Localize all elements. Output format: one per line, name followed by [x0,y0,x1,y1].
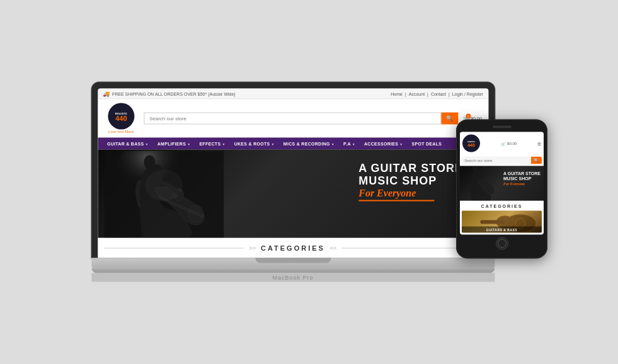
phone-cart-amount: $0.00 [507,142,517,145]
laptop-brand-label: MacBook Pro [91,273,495,282]
phone-home-button[interactable] [496,237,508,250]
nav-mics-recording[interactable]: MICS & RECORDING ▼ [279,138,339,150]
laptop-screen: 🚚 FREE SHIPPING ON ALL ORDERS OVER $50* … [98,89,488,258]
topbar-right: Home | Account | Contact | Login / Regis… [391,91,483,96]
phone-menu-icon[interactable]: ≡ [537,140,541,147]
logo[interactable]: music 440 ♥ Love Your Music [104,103,139,134]
nav-amplifiers[interactable]: AMPLIFIERS ▼ [153,138,195,150]
categories-title: CATEGORIES [261,244,325,252]
search-bar: 🔍 [144,112,458,124]
hero-text: A GUITAR STORE MUSIC SHOP For Everyone [358,162,463,202]
nav-ukes-roots[interactable]: UKES & ROOTS ▼ [230,138,279,150]
site-topbar: 🚚 FREE SHIPPING ON ALL ORDERS OVER $50* … [98,89,488,100]
phone-categories-title: CATEGORIES [460,201,544,211]
laptop-screen-border: 🚚 FREE SHIPPING ON ALL ORDERS OVER $50* … [91,82,495,258]
hero-line1: A GUITAR STORE [358,162,463,175]
categories-section: >> CATEGORIES << [98,238,488,258]
phone-home-button-inner [498,239,506,248]
phone-search-bar: 🔍 [462,157,542,164]
phone-hero: A GUITAR STORE MUSIC SHOP For Everyone [460,166,544,201]
phone-cart[interactable]: 🛒 $0.00 [501,141,517,145]
categories-title-row: >> CATEGORIES << [104,244,482,252]
laptop-base [91,258,495,268]
phone-search-button[interactable]: 🔍 [531,157,542,164]
chevron-down-icon: ▼ [146,142,149,145]
phone-logo-440: 440 [467,143,475,147]
phone-category-guitars[interactable]: GUITARS & BASS [462,211,542,233]
logo-440-text: 440 [115,115,127,122]
phone-cart-icon: 🛒 [501,141,505,145]
chevron-down-icon: ▼ [331,142,335,145]
laptop-notch [255,258,331,263]
truck-icon: 🚚 [103,91,110,97]
site-header: music 440 ♥ Love Your Music 🔍 [98,100,488,138]
logo-tagline: Love Your Music [108,130,134,134]
phone-device: music 440 🛒 $0.00 ≡ 🔍 [456,120,547,259]
svg-point-8 [472,166,478,173]
phone-categories: CATEGORIES GUITARS & BASS [460,201,544,233]
chevron-down-icon: ▼ [272,142,275,145]
scene: 🚚 FREE SHIPPING ON ALL ORDERS OVER $50* … [0,0,618,364]
cat-arrows-left: >> [249,245,256,251]
topbar-account-link[interactable]: Account [409,91,425,96]
chevron-down-icon: ▼ [352,142,355,145]
topbar-contact-link[interactable]: Contact [431,91,446,96]
chevron-down-icon: ▼ [222,142,225,145]
svg-point-2 [144,156,155,169]
hero-underline [358,200,434,201]
search-input[interactable] [144,112,441,124]
phone-hero-line1: A GUITAR STORE [503,171,541,176]
logo-heart-icon: ♥ [130,105,133,109]
phone-guitarist-image [460,166,498,201]
phone-header: music 440 🛒 $0.00 ≡ [460,132,544,155]
phone-speaker [493,126,512,128]
topbar-left: 🚚 FREE SHIPPING ON ALL ORDERS OVER $50* … [103,91,236,97]
phone-screen: music 440 🛒 $0.00 ≡ 🔍 [460,132,544,235]
topbar-home-link[interactable]: Home [391,91,403,96]
shipping-text: FREE SHIPPING ON ALL ORDERS OVER $50* (A… [112,91,236,96]
laptop-device: 🚚 FREE SHIPPING ON ALL ORDERS OVER $50* … [91,82,495,282]
cat-arrows-right: << [330,245,337,251]
svg-rect-11 [480,220,505,224]
nav-accessories[interactable]: ACCESSORIES ▼ [360,138,408,150]
laptop-foot [91,268,495,273]
nav-effects[interactable]: EFFECTS ▼ [195,138,229,150]
svg-point-3 [188,205,203,223]
hero-line2: MUSIC SHOP [358,174,463,187]
cart-badge: 0 [466,114,471,119]
svg-point-7 [145,170,183,202]
nav-spot-deals[interactable]: SPOT DEALS [408,138,447,150]
topbar-login-link[interactable]: Login / Register [452,91,483,96]
nav-guitar-bass[interactable]: GUITAR & BASS ▼ [103,138,153,150]
phone-search-input[interactable] [462,157,531,164]
cat-line-left [104,247,244,248]
hero-line3: For Everyone [358,187,463,198]
phone-hero-line2: MUSIC SHOP [503,176,541,181]
phone-outer: music 440 🛒 $0.00 ≡ 🔍 [456,120,547,259]
phone-hero-text: A GUITAR STORE MUSIC SHOP For Everyone [503,171,541,186]
site-nav: GUITAR & BASS ▼ AMPLIFIERS ▼ EFFECTS ▼ U… [98,138,488,150]
hero-section: A GUITAR STORE MUSIC SHOP For Everyone [98,150,488,238]
search-icon: 🔍 [446,115,453,122]
phone-logo[interactable]: music 440 [462,135,480,152]
chevron-down-icon: ▼ [399,142,403,145]
nav-pa[interactable]: P.A ▼ [339,138,360,150]
chevron-down-icon: ▼ [187,142,190,145]
phone-cat-label-guitars: GUITARS & BASS [462,227,542,233]
phone-hero-line3: For Everyone [503,181,541,185]
logo-circle: music 440 ♥ [108,103,134,130]
guitarist-image [104,151,224,238]
